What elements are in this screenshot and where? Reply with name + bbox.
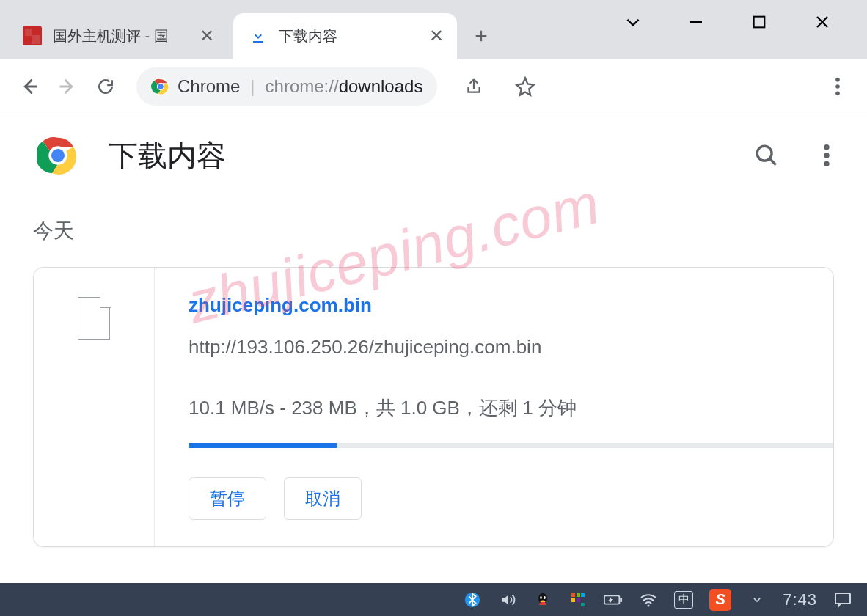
download-icon xyxy=(248,26,268,46)
svg-rect-0 xyxy=(754,17,765,28)
site-chip: Chrome xyxy=(151,76,240,97)
url-scheme: chrome:// xyxy=(266,76,339,96)
svg-point-16 xyxy=(540,596,542,599)
browser-toolbar: Chrome | chrome://downloads xyxy=(0,59,867,114)
download-icon-column xyxy=(34,268,155,546)
tab-background[interactable]: 国外主机测评 - 国 ✕ xyxy=(7,13,227,59)
tab-strip: 国外主机测评 - 国 ✕ 下载内容 ✕ xyxy=(0,0,867,59)
close-icon[interactable]: ✕ xyxy=(429,27,444,45)
svg-point-12 xyxy=(824,153,829,158)
file-icon xyxy=(78,297,110,340)
download-status: 10.1 MB/s - 238 MB，共 1.0 GB，还剩 1 分钟 xyxy=(189,395,833,421)
tray-chevron-icon[interactable] xyxy=(747,590,767,609)
svg-rect-22 xyxy=(571,598,575,602)
svg-rect-21 xyxy=(581,593,585,597)
tab-active[interactable]: 下载内容 ✕ xyxy=(233,13,457,59)
svg-point-17 xyxy=(544,596,546,599)
back-button[interactable] xyxy=(13,70,45,103)
cancel-button[interactable]: 取消 xyxy=(284,477,362,520)
notifications-icon[interactable] xyxy=(833,590,852,609)
chrome-logo-icon xyxy=(37,134,79,177)
reload-button[interactable] xyxy=(89,70,122,103)
wifi-icon[interactable] xyxy=(639,590,658,609)
svg-point-6 xyxy=(835,91,840,95)
svg-point-5 xyxy=(835,84,840,89)
svg-rect-26 xyxy=(620,598,622,602)
svg-rect-20 xyxy=(577,593,580,597)
forward-button[interactable] xyxy=(51,70,84,103)
date-heading: 今天 xyxy=(33,217,834,245)
taskbar-clock[interactable]: 7:43 xyxy=(783,590,817,609)
close-icon[interactable]: ✕ xyxy=(200,27,214,45)
address-bar[interactable]: Chrome | chrome://downloads xyxy=(136,67,437,106)
tab-title: 下载内容 xyxy=(279,26,419,46)
svg-rect-19 xyxy=(571,593,575,597)
more-button[interactable] xyxy=(823,143,830,168)
window-controls xyxy=(622,0,867,44)
progress-fill xyxy=(189,443,337,448)
svg-point-27 xyxy=(648,604,650,606)
svg-point-4 xyxy=(835,77,840,81)
ime-label: 中 xyxy=(678,593,689,606)
system-tray: 中 S 7:43 xyxy=(463,589,852,611)
download-item: zhujiceping.com.bin http://193.106.250.2… xyxy=(33,267,834,547)
ime-indicator[interactable]: 中 xyxy=(674,591,693,609)
bluetooth-icon[interactable] xyxy=(463,590,482,609)
svg-point-11 xyxy=(824,144,829,150)
sogou-ime-icon[interactable]: S xyxy=(709,589,731,611)
taskbar: 中 S 7:43 xyxy=(0,583,867,616)
tab-title: 国外主机测评 - 国 xyxy=(53,26,189,46)
page-title: 下载内容 xyxy=(109,136,226,176)
svg-rect-24 xyxy=(581,603,585,606)
page-header: 下载内容 xyxy=(0,114,867,197)
colorful-app-icon[interactable] xyxy=(568,590,588,609)
chip-label: Chrome xyxy=(178,76,240,97)
minimize-button[interactable] xyxy=(685,13,707,31)
url-path: downloads xyxy=(339,76,423,96)
downloads-content: 今天 zhujiceping.com.bin http://193.106.25… xyxy=(0,217,867,547)
bookmark-button[interactable] xyxy=(509,70,541,103)
qq-icon[interactable] xyxy=(533,590,552,609)
svg-rect-23 xyxy=(577,598,580,602)
separator: | xyxy=(250,76,255,97)
chrome-icon xyxy=(151,77,170,96)
maximize-button[interactable] xyxy=(748,14,770,30)
battery-icon[interactable] xyxy=(604,590,623,609)
kebab-menu-button[interactable] xyxy=(822,70,854,103)
tab-favicon xyxy=(22,26,43,46)
svg-point-13 xyxy=(824,161,829,166)
new-tab-button[interactable] xyxy=(463,18,500,54)
share-button[interactable] xyxy=(458,70,490,103)
svg-rect-28 xyxy=(835,593,850,604)
progress-bar xyxy=(189,443,833,448)
pause-button[interactable]: 暂停 xyxy=(189,477,266,520)
search-button[interactable] xyxy=(754,143,779,168)
download-url: http://193.106.250.26/zhujiceping.com.bi… xyxy=(189,336,833,359)
volume-icon[interactable] xyxy=(498,590,517,609)
svg-point-10 xyxy=(757,146,772,161)
chevron-down-icon[interactable] xyxy=(622,12,644,32)
download-filename[interactable]: zhujiceping.com.bin xyxy=(189,294,833,317)
close-window-button[interactable] xyxy=(811,13,833,31)
